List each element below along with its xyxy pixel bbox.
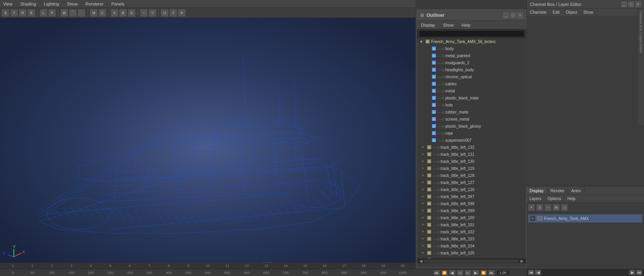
outliner-item-hole[interactable]: o ——o hole — [417, 101, 526, 108]
expand-btn[interactable]: + — [420, 187, 426, 192]
menu-shading[interactable]: Shading — [19, 2, 38, 6]
layer-visibility-toggle[interactable]: V — [530, 216, 535, 221]
layer-nav-prev[interactable]: ◀ — [535, 270, 541, 275]
layer-tab-render[interactable]: Render — [547, 188, 568, 194]
outliner-item-suspension[interactable]: o ——o suspension007 — [417, 137, 526, 144]
expand-btn[interactable]: + — [420, 194, 426, 199]
outliner-menu-help[interactable]: Help — [458, 22, 475, 28]
menu-view[interactable]: View — [2, 2, 14, 6]
toolbar-uv-cut[interactable]: K — [178, 9, 186, 17]
layer-menu-options[interactable]: Options — [544, 196, 564, 202]
toolbar-extrude[interactable]: X — [111, 9, 118, 17]
outliner-item-plastic-mate[interactable]: o ——o plastic_black_mate — [417, 94, 526, 101]
outliner-item-track-098[interactable]: + G ——o track_little_left_098 — [417, 200, 526, 207]
outliner-item-track-128[interactable]: + G ——o track_little_left_128 — [417, 172, 526, 179]
outliner-item-chrome[interactable]: o ——o chrome_optical — [417, 73, 526, 80]
layer-nav-last[interactable]: ⏭ — [636, 270, 642, 275]
outliner-item-body[interactable]: o ——o body — [417, 45, 526, 52]
layer-menu-help[interactable]: Help — [564, 196, 579, 202]
expand-btn[interactable]: + — [420, 236, 426, 242]
outliner-item-track-103[interactable]: + G ——o track_little_left_103 — [417, 235, 526, 242]
outliner-item-plastic-glossy[interactable]: o ——o plastic_black_glossy — [417, 123, 526, 130]
outliner-item-track-101[interactable]: + G ——o track_little_left_101 — [417, 221, 526, 228]
outliner-item-track-126[interactable]: + G ——o track_little_left_126 — [417, 186, 526, 193]
expand-btn[interactable]: + — [420, 250, 426, 256]
right-panel-minimize[interactable]: _ — [621, 2, 627, 7]
toolbar-bevel[interactable]: B — [119, 9, 127, 17]
toolbar-scale[interactable]: E — [27, 9, 35, 17]
outliner-maximize-btn[interactable]: □ — [510, 13, 516, 18]
outliner-item-track-099[interactable]: + G ——o track_little_left_099 — [417, 207, 526, 214]
expand-btn[interactable]: + — [420, 201, 426, 206]
layer-item-tank[interactable]: V French_Army_Tank_AMX — [528, 214, 642, 223]
outliner-item-track-132[interactable]: + G ——o track_little_left_132 — [417, 144, 526, 151]
expand-btn[interactable]: + — [420, 215, 426, 220]
outliner-close-btn[interactable]: × — [517, 13, 523, 18]
outliner-item-track-102[interactable]: + G ——o track_little_left_102 — [417, 228, 526, 235]
expand-btn[interactable]: + — [420, 257, 426, 258]
expand-btn[interactable]: + — [420, 180, 426, 185]
expand-btn[interactable]: + — [420, 144, 426, 150]
toolbar-uv-unfold[interactable]: U — [161, 9, 169, 17]
toolbar-select[interactable]: S — [2, 9, 9, 17]
play-forward[interactable]: ▷ — [465, 270, 471, 276]
expand-btn[interactable]: + — [420, 229, 426, 235]
layer-create-selected-btn[interactable]: S — [536, 204, 543, 211]
expand-btn[interactable]: + — [420, 159, 426, 164]
outliner-item-track-130[interactable]: + G ——o track_little_left_130 — [417, 158, 526, 165]
toolbar-uv-layout[interactable]: Y — [169, 9, 177, 17]
outliner-item-track-105[interactable]: + G ——o track_little_left_105 — [417, 249, 526, 256]
toolbar-lasso[interactable]: L — [40, 9, 47, 17]
toolbar-bridge[interactable]: G — [128, 9, 136, 17]
expand-btn[interactable]: + — [420, 173, 426, 178]
menu-panels[interactable]: Panels — [110, 2, 126, 6]
layer-nav-first[interactable]: ⏮ — [528, 270, 534, 275]
expand-btn[interactable]: + — [420, 208, 426, 213]
scroll-right-arrow[interactable]: ▶ — [519, 259, 525, 263]
outliner-item-track-097[interactable]: + G ——o track_little_left_097 — [417, 193, 526, 200]
play-prev-key[interactable]: ⏪ — [441, 270, 448, 276]
expand-btn[interactable]: + — [420, 222, 426, 227]
outliner-item-metal-painted[interactable]: o ——o metal_painted — [417, 52, 526, 59]
layer-membership-btn[interactable]: M — [553, 204, 560, 211]
outliner-item-track-100[interactable]: + G ——o track_little_left_100 — [417, 214, 526, 221]
cb-menu-channels[interactable]: Channels — [527, 9, 550, 15]
layer-tab-anim[interactable]: Anim — [568, 188, 584, 194]
play-skip-back[interactable]: ⏮ — [434, 270, 440, 276]
outliner-item-track-131[interactable]: + G ——o track_little_left_131 — [417, 151, 526, 158]
outliner-scrollbar-horizontal[interactable]: ◀ ▶ — [417, 258, 526, 263]
outliner-item-rubber[interactable]: o ——o rubber_matte — [417, 108, 526, 115]
play-back[interactable]: ◁ — [457, 270, 463, 276]
expand-icon[interactable]: ▼ — [419, 39, 424, 44]
outliner-menu-display[interactable]: Display — [417, 22, 439, 28]
play-skip-fwd[interactable]: ⏭ — [488, 270, 495, 276]
layer-nav-next[interactable]: ▶ — [629, 270, 635, 275]
vtab-channel-box[interactable]: Channel Box / Layer Editor — [638, 9, 644, 126]
expand-btn[interactable]: + — [420, 166, 426, 171]
expand-btn[interactable]: + — [420, 152, 426, 157]
menu-lighting[interactable]: Lighting — [42, 2, 61, 6]
cb-menu-edit[interactable]: Edit — [550, 9, 562, 15]
outliner-item-track-104[interactable]: + G ——o track_little_left_104 — [417, 242, 526, 249]
layer-delete-btn[interactable]: − — [544, 204, 551, 211]
toolbar-reduce[interactable]: ▽ — [149, 9, 156, 17]
outliner-item-headlights[interactable]: o ——o headlights_body — [417, 66, 526, 73]
outliner-item-cables[interactable]: o ——o cables — [417, 80, 526, 87]
toolbar-sym[interactable]: M — [90, 9, 98, 17]
outliner-search-input[interactable] — [419, 30, 524, 37]
play-next-key[interactable]: ⏩ — [481, 270, 487, 276]
current-frame-field[interactable] — [496, 270, 510, 276]
outliner-item-track-129[interactable]: + G ——o track_little_left_129 — [417, 165, 526, 172]
toolbar-snap-curve[interactable]: ⌒ — [69, 9, 77, 17]
layer-create-empty-btn[interactable]: + — [528, 204, 535, 211]
toolbar-snap-point[interactable]: · — [78, 9, 85, 17]
outliner-item-mudguards[interactable]: o ——o mudguards_2 — [417, 59, 526, 66]
outliner-item-root[interactable]: ▼ G French_Army_Tank_AMX_56_leclerc — [417, 38, 526, 45]
viewport[interactable]: X Y Z persp — [0, 18, 415, 276]
toolbar-snap-grid[interactable]: ⊞ — [60, 9, 68, 17]
outliner-item-rope[interactable]: o ——o rope — [417, 130, 526, 137]
toolbar-cage[interactable]: C — [98, 9, 106, 17]
toolbar-paint[interactable]: P — [48, 9, 56, 17]
outliner-content[interactable]: ▼ G French_Army_Tank_AMX_56_leclerc o ——… — [417, 38, 526, 258]
play-next-frame[interactable]: ▶ — [473, 270, 479, 276]
